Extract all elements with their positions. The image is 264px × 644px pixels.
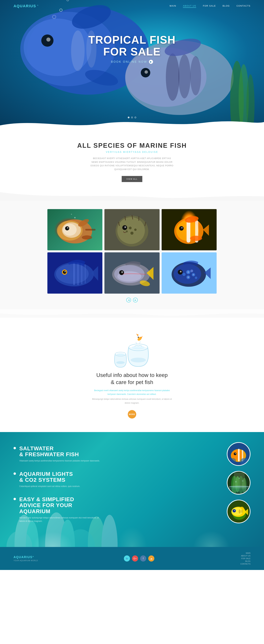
svg-point-56 <box>56 264 89 284</box>
nav-main[interactable]: MAIN <box>170 4 176 8</box>
feature-saltwater: SALTWATER& FRESHWATER FISH Vitaesaert as… <box>14 446 102 463</box>
svg-point-44 <box>126 230 128 232</box>
hero-dot-1[interactable] <box>128 117 129 118</box>
marine-title: ALL SPECIES OF MARINE FISH <box>34 142 230 149</box>
grid-next-button[interactable]: ▶ <box>133 298 138 302</box>
nav-contacts[interactable]: CONTACTS <box>236 4 250 8</box>
svg-line-38 <box>125 216 125 220</box>
cta-arrow-icon: ➤ <box>149 60 153 64</box>
view-all-button[interactable]: VIEW ALL <box>122 176 142 182</box>
svg-rect-104 <box>238 449 240 462</box>
logo-icon: ° <box>37 4 38 8</box>
feature-desc-2: Celamliqual qollerat voluptatot oarni ad… <box>14 484 102 488</box>
feature-circle-3 <box>227 500 250 523</box>
fish-cell-5[interactable] <box>104 252 159 294</box>
svg-point-54 <box>190 236 202 241</box>
fish-cell-6[interactable] <box>162 252 217 294</box>
bullet-dot-2 <box>14 472 16 475</box>
svg-point-12 <box>178 54 190 98</box>
more-button[interactable]: more <box>128 410 136 418</box>
footer-links: MAIN ABOUT US FOR SALE BLOG CONTACTS <box>240 552 250 565</box>
nav-forsale[interactable]: FOR SALE <box>203 4 216 8</box>
svg-line-92 <box>140 341 140 344</box>
feature-title-2: AQUARIUM LIGHTS& CO2 SYSTEMS <box>19 471 73 483</box>
logo-text: AQUARIUS <box>14 4 36 8</box>
facebook-icon[interactable]: f <box>140 556 146 562</box>
features-images <box>227 442 250 523</box>
svg-point-127 <box>234 510 235 511</box>
grid-prev-button[interactable]: ◀ <box>126 298 131 302</box>
fish-cell-2[interactable] <box>104 209 159 250</box>
hero-dots <box>128 117 136 118</box>
footer-tagline: YOUR AQUARIUM WORLD <box>14 560 38 562</box>
large-fishbowl <box>124 334 152 368</box>
fish-image-4 <box>47 252 102 294</box>
fish-image-1 <box>47 209 102 250</box>
feature-aquarium: AQUARIUM LIGHTS& CO2 SYSTEMS Celamliqual… <box>14 471 102 488</box>
hero-content: TROPICAL FISH FOR SALE BOOK ONLINE NOW ➤ <box>88 34 176 64</box>
bullet-dot-1 <box>14 447 16 449</box>
hero-dot-2[interactable] <box>131 117 133 118</box>
nav-blog[interactable]: BLOG <box>222 4 230 8</box>
pet-care-section: Useful info about how to keep& care for … <box>0 318 264 432</box>
svg-point-117 <box>229 486 249 487</box>
fish-image-3 <box>162 209 217 250</box>
divider-wave-top <box>0 192 264 201</box>
feature-bullet-1: SALTWATER& FRESHWATER FISH <box>14 446 102 458</box>
svg-point-75 <box>182 273 185 276</box>
twitter-icon[interactable]: 🐦 <box>124 556 130 562</box>
svg-point-80 <box>187 276 189 278</box>
footer-link-blog[interactable]: BLOG <box>240 560 250 562</box>
svg-point-90 <box>131 358 146 362</box>
svg-point-27 <box>65 226 69 230</box>
fish-image-5 <box>104 252 159 294</box>
feature-circle-1 <box>227 442 250 466</box>
svg-point-4 <box>46 38 51 42</box>
svg-rect-31 <box>85 229 96 230</box>
svg-point-87 <box>116 361 125 364</box>
svg-point-35 <box>117 217 145 244</box>
nav-about[interactable]: ABOUT US <box>183 4 196 8</box>
grid-navigation: ◀ ▶ <box>14 298 250 302</box>
bullet-dot-3 <box>14 498 16 500</box>
google-icon[interactable]: G+ <box>132 556 138 562</box>
svg-point-43 <box>130 232 134 235</box>
svg-point-129 <box>241 510 243 513</box>
svg-line-91 <box>136 342 137 344</box>
fish-grid <box>47 209 217 294</box>
nav-links: MAIN ABOUT US FOR SALE BLOG CONTACTS <box>170 4 250 8</box>
svg-point-30 <box>82 236 92 240</box>
feature-advice: EASY & SIMPLIFIEDADVICE FOR YOUR AQUARIU… <box>14 496 102 523</box>
logo[interactable]: AQUARIUS ° <box>14 4 39 8</box>
svg-point-77 <box>195 277 197 279</box>
svg-point-82 <box>180 271 181 272</box>
svg-point-52 <box>181 227 183 228</box>
hero-dot-3[interactable] <box>135 117 136 118</box>
svg-point-63 <box>65 271 66 272</box>
footer-link-main[interactable]: MAIN <box>240 552 250 554</box>
fish-cell-4[interactable] <box>47 252 102 294</box>
footer-link-about[interactable]: ABOUT US <box>240 555 250 557</box>
fish-cell-3[interactable] <box>162 209 217 250</box>
fish-cell-1[interactable] <box>47 209 102 250</box>
svg-point-33 <box>71 214 72 215</box>
rss-icon[interactable]: ☁ <box>148 556 154 562</box>
svg-point-42 <box>134 228 137 231</box>
footer-link-contacts[interactable]: CONTACTS <box>240 563 250 565</box>
features-content: SALTWATER& FRESHWATER FISH Vitaesaert as… <box>14 446 102 523</box>
svg-point-69 <box>121 271 123 273</box>
divider-wave-bottom <box>0 309 264 318</box>
svg-point-13 <box>190 56 201 95</box>
hero-fish-container <box>0 0 264 128</box>
footer-social: 🐦 G+ f ☁ <box>124 556 154 562</box>
footer-link-forsale[interactable]: FOR SALE <box>240 558 250 560</box>
feature-desc-1: Vitaesaert asety kertya asetlinerafae ke… <box>14 459 102 462</box>
fish-image-2 <box>104 209 159 250</box>
hero-cta[interactable]: BOOK ONLINE NOW ➤ <box>88 60 176 64</box>
svg-rect-116 <box>229 486 249 494</box>
footer-brand: AQUARIUS° YOUR AQUARIUM WORLD <box>14 556 38 562</box>
feature-circle-2 <box>227 471 250 494</box>
svg-point-78 <box>187 271 189 273</box>
svg-point-79 <box>193 274 194 275</box>
svg-point-15 <box>145 70 148 74</box>
